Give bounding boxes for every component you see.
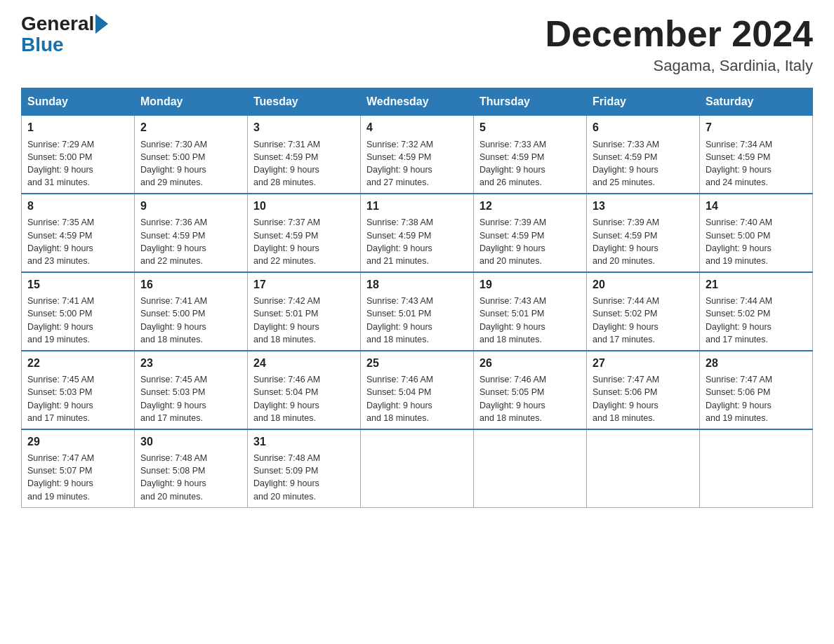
calendar-cell: 22Sunrise: 7:45 AMSunset: 5:03 PMDayligh… (22, 351, 135, 429)
cell-info: Sunrise: 7:39 AMSunset: 4:59 PMDaylight:… (479, 216, 581, 267)
col-header-wednesday: Wednesday (361, 88, 474, 116)
col-header-thursday: Thursday (474, 88, 587, 116)
cell-info: Sunrise: 7:48 AMSunset: 5:09 PMDaylight:… (253, 452, 355, 503)
calendar-cell: 26Sunrise: 7:46 AMSunset: 5:05 PMDayligh… (474, 351, 587, 429)
cell-info: Sunrise: 7:41 AMSunset: 5:00 PMDaylight:… (27, 295, 128, 346)
cell-info: Sunrise: 7:40 AMSunset: 5:00 PMDaylight:… (706, 216, 807, 267)
calendar-cell (361, 429, 474, 507)
day-number: 10 (253, 199, 355, 214)
day-number: 27 (593, 356, 694, 371)
calendar-cell: 2Sunrise: 7:30 AMSunset: 5:00 PMDaylight… (135, 116, 248, 194)
cell-info: Sunrise: 7:31 AMSunset: 4:59 PMDaylight:… (253, 138, 355, 189)
logo: General Blue (21, 14, 110, 56)
day-number: 17 (253, 277, 355, 293)
cell-info: Sunrise: 7:30 AMSunset: 5:00 PMDaylight:… (140, 138, 241, 189)
day-number: 4 (366, 120, 468, 135)
day-number: 7 (706, 120, 807, 135)
day-number: 6 (593, 120, 694, 135)
calendar-cell: 9Sunrise: 7:36 AMSunset: 4:59 PMDaylight… (135, 194, 248, 272)
calendar-cell: 16Sunrise: 7:41 AMSunset: 5:00 PMDayligh… (135, 272, 248, 351)
day-number: 11 (366, 199, 468, 214)
cell-info: Sunrise: 7:44 AMSunset: 5:02 PMDaylight:… (706, 295, 807, 346)
day-number: 24 (253, 356, 355, 371)
calendar-week-row: 22Sunrise: 7:45 AMSunset: 5:03 PMDayligh… (22, 351, 813, 429)
day-number: 16 (140, 277, 241, 293)
cell-info: Sunrise: 7:44 AMSunset: 5:02 PMDaylight:… (593, 295, 694, 346)
cell-info: Sunrise: 7:42 AMSunset: 5:01 PMDaylight:… (253, 295, 355, 346)
cell-info: Sunrise: 7:48 AMSunset: 5:08 PMDaylight:… (140, 452, 241, 503)
calendar-cell (474, 429, 587, 507)
cell-info: Sunrise: 7:35 AMSunset: 4:59 PMDaylight:… (27, 216, 128, 267)
day-number: 13 (593, 199, 694, 214)
calendar-table: SundayMondayTuesdayWednesdayThursdayFrid… (21, 88, 813, 507)
calendar-cell: 23Sunrise: 7:45 AMSunset: 5:03 PMDayligh… (135, 351, 248, 429)
calendar-cell: 15Sunrise: 7:41 AMSunset: 5:00 PMDayligh… (22, 272, 135, 351)
cell-info: Sunrise: 7:29 AMSunset: 5:00 PMDaylight:… (27, 138, 128, 189)
day-number: 12 (479, 199, 581, 214)
calendar-cell: 25Sunrise: 7:46 AMSunset: 5:04 PMDayligh… (361, 351, 474, 429)
cell-info: Sunrise: 7:38 AMSunset: 4:59 PMDaylight:… (366, 216, 468, 267)
day-number: 25 (366, 356, 468, 371)
day-headers-row: SundayMondayTuesdayWednesdayThursdayFrid… (22, 88, 813, 116)
cell-info: Sunrise: 7:46 AMSunset: 5:04 PMDaylight:… (366, 373, 468, 424)
col-header-saturday: Saturday (700, 88, 813, 116)
day-number: 29 (27, 434, 128, 450)
cell-info: Sunrise: 7:39 AMSunset: 4:59 PMDaylight:… (593, 216, 694, 267)
calendar-cell: 3Sunrise: 7:31 AMSunset: 4:59 PMDaylight… (248, 116, 361, 194)
calendar-cell: 30Sunrise: 7:48 AMSunset: 5:08 PMDayligh… (135, 429, 248, 507)
day-number: 5 (479, 120, 581, 135)
day-number: 22 (27, 356, 128, 371)
day-number: 23 (140, 356, 241, 371)
cell-info: Sunrise: 7:47 AMSunset: 5:06 PMDaylight:… (593, 373, 694, 424)
title-block: December 2024 Sagama, Sardinia, Italy (545, 14, 813, 75)
cell-info: Sunrise: 7:46 AMSunset: 5:05 PMDaylight:… (479, 373, 581, 424)
calendar-cell: 6Sunrise: 7:33 AMSunset: 4:59 PMDaylight… (587, 116, 700, 194)
col-header-sunday: Sunday (22, 88, 135, 116)
cell-info: Sunrise: 7:33 AMSunset: 4:59 PMDaylight:… (593, 138, 694, 189)
day-number: 30 (140, 434, 241, 450)
calendar-cell: 28Sunrise: 7:47 AMSunset: 5:06 PMDayligh… (700, 351, 813, 429)
calendar-cell: 19Sunrise: 7:43 AMSunset: 5:01 PMDayligh… (474, 272, 587, 351)
day-number: 15 (27, 277, 128, 293)
page-header: General Blue December 2024 Sagama, Sardi… (21, 14, 813, 75)
calendar-cell: 5Sunrise: 7:33 AMSunset: 4:59 PMDaylight… (474, 116, 587, 194)
calendar-cell: 31Sunrise: 7:48 AMSunset: 5:09 PMDayligh… (248, 429, 361, 507)
cell-info: Sunrise: 7:43 AMSunset: 5:01 PMDaylight:… (366, 295, 468, 346)
day-number: 8 (27, 199, 128, 214)
calendar-cell: 20Sunrise: 7:44 AMSunset: 5:02 PMDayligh… (587, 272, 700, 351)
cell-info: Sunrise: 7:36 AMSunset: 4:59 PMDaylight:… (140, 216, 241, 267)
calendar-cell: 13Sunrise: 7:39 AMSunset: 4:59 PMDayligh… (587, 194, 700, 272)
cell-info: Sunrise: 7:46 AMSunset: 5:04 PMDaylight:… (253, 373, 355, 424)
calendar-cell: 12Sunrise: 7:39 AMSunset: 4:59 PMDayligh… (474, 194, 587, 272)
logo-general-text: General (21, 14, 94, 34)
day-number: 14 (706, 199, 807, 214)
calendar-cell: 1Sunrise: 7:29 AMSunset: 5:00 PMDaylight… (22, 116, 135, 194)
cell-info: Sunrise: 7:47 AMSunset: 5:07 PMDaylight:… (27, 452, 128, 503)
calendar-week-row: 8Sunrise: 7:35 AMSunset: 4:59 PMDaylight… (22, 194, 813, 272)
logo-blue-text: Blue (21, 34, 64, 56)
calendar-cell: 21Sunrise: 7:44 AMSunset: 5:02 PMDayligh… (700, 272, 813, 351)
cell-info: Sunrise: 7:34 AMSunset: 4:59 PMDaylight:… (706, 138, 807, 189)
col-header-tuesday: Tuesday (248, 88, 361, 116)
calendar-cell: 8Sunrise: 7:35 AMSunset: 4:59 PMDaylight… (22, 194, 135, 272)
calendar-cell: 14Sunrise: 7:40 AMSunset: 5:00 PMDayligh… (700, 194, 813, 272)
cell-info: Sunrise: 7:47 AMSunset: 5:06 PMDaylight:… (706, 373, 807, 424)
day-number: 1 (27, 120, 128, 135)
col-header-friday: Friday (587, 88, 700, 116)
cell-info: Sunrise: 7:33 AMSunset: 4:59 PMDaylight:… (479, 138, 581, 189)
calendar-week-row: 15Sunrise: 7:41 AMSunset: 5:00 PMDayligh… (22, 272, 813, 351)
calendar-week-row: 29Sunrise: 7:47 AMSunset: 5:07 PMDayligh… (22, 429, 813, 507)
day-number: 26 (479, 356, 581, 371)
calendar-cell: 27Sunrise: 7:47 AMSunset: 5:06 PMDayligh… (587, 351, 700, 429)
day-number: 19 (479, 277, 581, 293)
day-number: 2 (140, 120, 241, 135)
calendar-cell: 7Sunrise: 7:34 AMSunset: 4:59 PMDaylight… (700, 116, 813, 194)
cell-info: Sunrise: 7:43 AMSunset: 5:01 PMDaylight:… (479, 295, 581, 346)
calendar-cell: 18Sunrise: 7:43 AMSunset: 5:01 PMDayligh… (361, 272, 474, 351)
calendar-cell: 24Sunrise: 7:46 AMSunset: 5:04 PMDayligh… (248, 351, 361, 429)
cell-info: Sunrise: 7:32 AMSunset: 4:59 PMDaylight:… (366, 138, 468, 189)
day-number: 18 (366, 277, 468, 293)
day-number: 20 (593, 277, 694, 293)
month-title: December 2024 (545, 14, 813, 54)
calendar-week-row: 1Sunrise: 7:29 AMSunset: 5:00 PMDaylight… (22, 116, 813, 194)
